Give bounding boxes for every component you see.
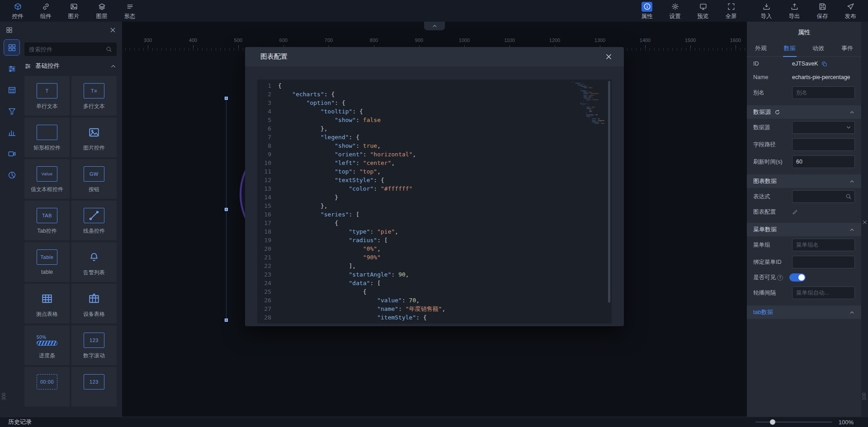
code-line[interactable]: 18 "type": "pie", (257, 227, 605, 236)
widget-card-text-single[interactable]: T单行文本 (24, 76, 70, 116)
code-line[interactable]: 24 "data": [ (257, 279, 605, 287)
code-line[interactable]: 11 "top": "top", (257, 167, 605, 176)
bind-menu-id-input[interactable] (792, 256, 855, 268)
chevron-down-icon[interactable] (845, 124, 852, 131)
topbar-export-button[interactable]: 导出 (780, 0, 808, 22)
widget-card-text-multi[interactable]: T≡多行文本 (71, 76, 117, 116)
widget-card-image[interactable]: 图片控件 (71, 117, 117, 157)
visible-toggle[interactable] (789, 273, 806, 282)
alias-input[interactable] (792, 86, 855, 99)
code-line[interactable]: 10 "left": "center", (257, 159, 605, 167)
code-line[interactable]: 4 "tooltip": { (257, 107, 605, 116)
code-line[interactable]: 15 }, (257, 202, 605, 210)
widget-card-tab[interactable]: TABTab控件 (24, 201, 70, 240)
code-line[interactable]: 6 }, (257, 124, 605, 133)
json-code-editor[interactable]: 1{2 "echarts": {3 "option": {4 "tooltip"… (257, 80, 612, 324)
strip-pie-chart-button[interactable] (4, 167, 19, 183)
widget-card-line[interactable]: 线条控件 (71, 201, 117, 240)
selection-handle[interactable] (225, 319, 228, 322)
topbar-modes-button[interactable]: 形态 (116, 0, 144, 22)
chevron-up-icon[interactable] (110, 63, 117, 70)
topbar-widgets-button[interactable]: 控件 (4, 0, 32, 22)
widget-card-number-scroll[interactable]: 123 (71, 367, 117, 407)
code-line[interactable]: 5 "show": false (257, 116, 605, 124)
code-line[interactable]: 8 "show": true, (257, 141, 605, 150)
strip-widgets-grid-button[interactable] (4, 40, 19, 55)
tab-数据[interactable]: 数据 (783, 41, 797, 56)
search-icon[interactable] (845, 193, 852, 200)
zoom-slider-handle[interactable] (770, 419, 775, 425)
widget-card-point-table[interactable]: 测点表格 (24, 284, 70, 324)
code-line[interactable]: 2 "echarts": { (257, 90, 605, 99)
topbar-fullscreen-button[interactable]: 全屏 (717, 0, 745, 22)
code-line[interactable]: 17 { (257, 219, 605, 227)
tab-事件[interactable]: 事件 (840, 41, 854, 56)
help-icon[interactable] (777, 275, 783, 281)
section-menu-data[interactable]: 菜单数据 (747, 223, 861, 236)
code-line[interactable]: 12 "textStyle": { (257, 176, 605, 184)
refresh-time-input[interactable] (792, 155, 855, 168)
section-datasource[interactable]: 数据源 (747, 105, 861, 119)
strip-table-button[interactable] (4, 82, 19, 98)
code-line[interactable]: 25 { (257, 287, 605, 296)
code-line[interactable]: 14 } (257, 193, 605, 202)
widget-card-number-scroll[interactable]: 123数字滚动 (71, 325, 117, 365)
widget-card-progress[interactable]: 50%进度条 (24, 325, 70, 365)
selection-handle[interactable] (225, 97, 228, 100)
topbar-layers-button[interactable]: 图层 (88, 0, 116, 22)
selection-handle[interactable] (225, 208, 228, 211)
code-line[interactable]: 27 "name": "年度销售额", (257, 305, 605, 313)
section-tab-data[interactable]: tab数据 (747, 305, 861, 319)
code-line[interactable]: 19 "radius": [ (257, 236, 605, 244)
carousel-input[interactable] (792, 286, 855, 299)
section-basic-widgets[interactable]: 基础控件 (24, 56, 117, 76)
strip-sliders-button[interactable] (4, 61, 19, 76)
field-path-input[interactable] (792, 138, 855, 151)
search-input[interactable] (29, 46, 102, 53)
code-line[interactable]: 7 "legend": { (257, 133, 605, 141)
pencil-icon[interactable] (792, 209, 798, 215)
copy-icon[interactable] (821, 61, 827, 67)
collapse-toolbar-tab[interactable] (424, 22, 445, 30)
topbar-properties-button[interactable]: 属性 (633, 0, 661, 22)
widget-card-value[interactable]: Value值文本框控件 (24, 159, 70, 199)
topbar-images-button[interactable]: 图片 (60, 0, 88, 22)
strip-bar-chart-button[interactable] (4, 125, 19, 140)
strip-video-button[interactable] (4, 146, 19, 161)
code-line[interactable]: 3 "option": { (257, 99, 605, 107)
code-line[interactable]: 20 "0%", (257, 244, 605, 253)
tab-外观[interactable]: 外观 (754, 41, 768, 56)
code-line[interactable]: 13 "color": "#ffffff" (257, 184, 605, 193)
widget-card-table[interactable]: Tabletable (24, 242, 70, 282)
topbar-settings-button[interactable]: 设置 (661, 0, 689, 22)
strip-funnel-button[interactable] (4, 103, 19, 119)
close-left-panel-button[interactable] (109, 27, 116, 33)
zoom-slider[interactable] (755, 422, 832, 422)
code-line[interactable]: 23 "startAngle": 90, (257, 270, 605, 279)
chevron-up-icon[interactable] (849, 310, 855, 315)
widget-card-button[interactable]: GW按钮 (71, 159, 117, 199)
code-line[interactable]: 29 "color": "#2c7cce" (257, 322, 605, 324)
chevron-up-icon[interactable] (849, 109, 855, 115)
menu-group-input[interactable] (792, 239, 855, 251)
chevron-up-icon[interactable] (849, 178, 855, 184)
topbar-save-button[interactable]: 保存 (808, 0, 836, 22)
widget-card-time[interactable]: 00:00 (24, 367, 70, 407)
code-line[interactable]: 1{ (257, 81, 605, 90)
widget-card-device-table[interactable]: 设备表格 (71, 284, 117, 324)
widget-card-alarm[interactable]: 告警列表 (71, 242, 117, 282)
editor-scrollbar[interactable] (608, 81, 610, 322)
close-properties-button[interactable] (862, 28, 868, 417)
topbar-components-button[interactable]: 组件 (32, 0, 60, 22)
code-line[interactable]: 21 "90%" (257, 253, 605, 262)
close-dialog-button[interactable] (605, 53, 612, 60)
topbar-preview-button[interactable]: 预览 (689, 0, 717, 22)
code-line[interactable]: 28 "itemStyle": { (257, 313, 605, 322)
code-line[interactable]: 16 "series": [ (257, 210, 605, 219)
history-toggle[interactable]: 历史记录 (8, 418, 32, 426)
section-chart-data[interactable]: 图表数据 (747, 174, 861, 188)
topbar-import-button[interactable]: 导入 (752, 0, 780, 22)
code-line[interactable]: 9 "orient": "horizontal", (257, 150, 605, 159)
chevron-up-icon[interactable] (849, 227, 855, 233)
code-line[interactable]: 26 "value": 70, (257, 296, 605, 305)
